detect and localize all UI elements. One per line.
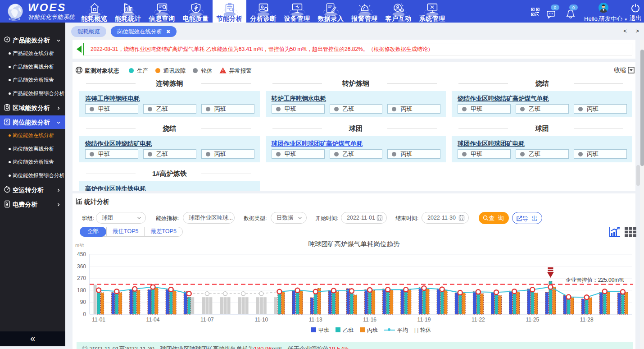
svg-text:0: 0 [83,311,86,317]
svg-text:11-07: 11-07 [200,317,214,323]
svg-text:11-19: 11-19 [417,317,431,323]
svg-text:270: 270 [77,275,86,281]
svg-text:11-22: 11-22 [472,317,485,323]
svg-text:11-01: 11-01 [92,317,105,323]
svg-text:11-10: 11-10 [254,317,268,323]
svg-text:360: 360 [77,263,86,270]
svg-text:90: 90 [80,299,86,305]
svg-text:11-13: 11-13 [309,317,322,323]
svg-text:11-16: 11-16 [363,317,376,323]
svg-text:11-04: 11-04 [146,317,160,323]
svg-text:180: 180 [77,287,86,294]
svg-text:11-25: 11-25 [526,317,539,323]
svg-text:450: 450 [77,251,86,257]
svg-text:11-28: 11-28 [580,317,594,323]
svg-text:x: x [517,218,519,220]
svg-text:企业管控值：225.00m³/t: 企业管控值：225.00m³/t [566,277,624,283]
